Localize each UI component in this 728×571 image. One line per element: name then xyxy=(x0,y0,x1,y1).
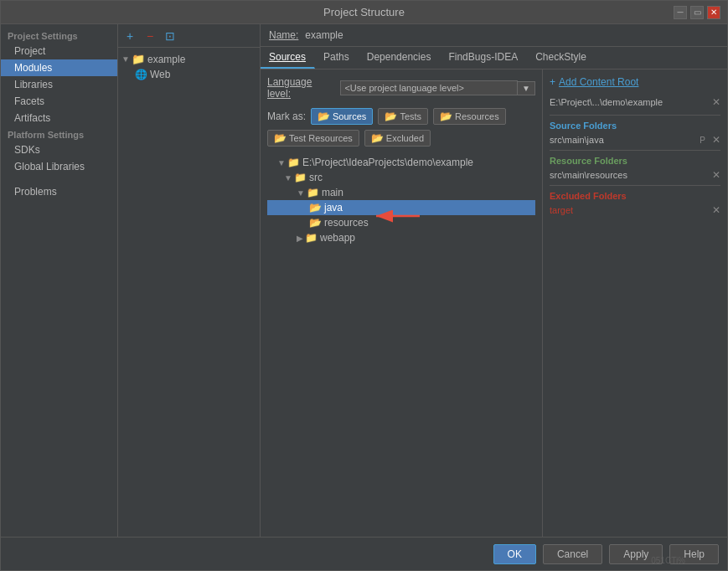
content-root-path-value: E:\Project\...\demo\example xyxy=(550,97,663,107)
mark-sources-button[interactable]: 📂 Sources xyxy=(311,108,373,125)
sidebar-item-sdks[interactable]: SDKs xyxy=(1,141,117,158)
resource-folders-header: Resource Folders xyxy=(550,156,720,166)
project-structure-dialog: Project Structure ─ ▭ ✕ Project Settings… xyxy=(0,0,728,571)
mark-resources-label: Resources xyxy=(455,111,499,121)
mark-test-resources-button[interactable]: 📂 Test Resources xyxy=(267,130,359,147)
java-folder-label: java xyxy=(324,202,343,213)
web-module-label: Web xyxy=(150,69,170,80)
remove-module-button[interactable]: − xyxy=(142,28,158,44)
excluded-folder-remove-button-0[interactable]: ✕ xyxy=(712,204,720,216)
webapp-folder-icon: 📁 xyxy=(305,232,318,244)
module-root-label: example xyxy=(147,54,185,65)
mark-test-resources-label: Test Resources xyxy=(289,133,353,143)
mark-excluded-label: Excluded xyxy=(386,133,424,143)
mark-sources-label: Sources xyxy=(333,111,366,121)
source-folder-entry-0: src\main\java P ✕ xyxy=(550,133,720,147)
watermark: 051CTi% xyxy=(651,556,685,565)
web-module-item[interactable]: 🌐 Web xyxy=(118,67,260,82)
root-arrow-icon: ▼ xyxy=(277,158,286,167)
tab-sources[interactable]: Sources xyxy=(261,47,315,69)
resources-folder-icon: 📂 xyxy=(440,111,452,122)
sources-folder-icon: 📂 xyxy=(318,111,330,122)
maximize-button[interactable]: ▭ xyxy=(690,6,704,19)
project-settings-label: Project Settings xyxy=(1,28,117,43)
content-root-close-button[interactable]: ✕ xyxy=(712,96,720,108)
title-bar: Project Structure ─ ▭ ✕ xyxy=(1,1,727,24)
cancel-button[interactable]: Cancel xyxy=(543,544,602,564)
excluded-folder-entry-0: target ✕ xyxy=(550,203,720,217)
sources-left-panel: Language level: <Use project language le… xyxy=(261,69,543,537)
excluded-folder-icon: 📂 xyxy=(371,132,384,144)
main-arrow-icon: ▼ xyxy=(297,188,305,198)
module-root-item[interactable]: ▼ 📁 example xyxy=(118,51,260,67)
sidebar-item-global-libraries[interactable]: Global Libraries xyxy=(1,158,117,175)
src-folder-item[interactable]: ▼ 📁 src xyxy=(267,170,535,185)
sidebar-item-problems[interactable]: Problems xyxy=(1,183,117,200)
language-level-row: Language level: <Use project language le… xyxy=(267,76,535,100)
source-root-path-item[interactable]: ▼ 📁 E:\Project\IdeaProjects\demo\example xyxy=(267,155,535,170)
panel-body: Language level: <Use project language le… xyxy=(261,69,727,537)
language-level-select[interactable]: <Use project language level> xyxy=(340,80,518,95)
source-root-path-label: E:\Project\IdeaProjects\demo\example xyxy=(302,157,473,168)
src-folder-icon: 📁 xyxy=(294,172,307,183)
dialog-title: Project Structure xyxy=(323,6,405,18)
mark-resources-button[interactable]: 📂 Resources xyxy=(433,108,506,125)
webapp-folder-item[interactable]: ▶ 📁 webapp xyxy=(267,230,535,245)
add-module-button[interactable]: + xyxy=(121,28,138,44)
tree-arrow-icon: ▼ xyxy=(121,54,132,64)
source-folder-entries: src\main\java P ✕ xyxy=(550,133,720,147)
resource-folder-entry-0: src\main\resources ✕ xyxy=(550,168,720,182)
sidebar-item-libraries[interactable]: Libraries xyxy=(1,76,117,93)
add-content-root-button[interactable]: + Add Content Root xyxy=(550,76,720,88)
close-button[interactable]: ✕ xyxy=(707,6,720,19)
content-root-entry: E:\Project\...\demo\example ✕ xyxy=(550,95,720,110)
excluded-folders-header: Excluded Folders xyxy=(550,191,720,201)
sources-right-panel: + Add Content Root E:\Project\...\demo\e… xyxy=(543,69,727,537)
module-tree-panel: + − ⊡ ▼ 📁 example 🌐 Web xyxy=(118,24,261,537)
bottom-bar: OK Cancel Apply Help xyxy=(1,537,727,570)
mark-tests-label: Tests xyxy=(400,111,421,121)
web-folder-icon: 🌐 xyxy=(135,69,147,80)
main-folder-item[interactable]: ▼ 📁 main xyxy=(267,185,535,200)
platform-settings-label: Platform Settings xyxy=(1,126,117,141)
main-panel: Name: Sources Paths Dependencies FindBug… xyxy=(261,24,727,537)
java-folder-item[interactable]: 📂 java xyxy=(267,200,535,215)
java-folder-icon: 📂 xyxy=(309,202,322,213)
mark-as-label: Mark as: xyxy=(267,111,306,122)
module-folder-icon: 📁 xyxy=(132,53,145,65)
tab-dependencies[interactable]: Dependencies xyxy=(359,47,441,69)
tab-findbugs[interactable]: FindBugs-IDEA xyxy=(440,47,527,69)
copy-module-button[interactable]: ⊡ xyxy=(162,28,178,44)
name-bar: Name: xyxy=(261,24,727,47)
webapp-folder-label: webapp xyxy=(320,232,355,244)
source-folder-remove-button-0[interactable]: ✕ xyxy=(712,134,720,146)
language-level-dropdown-arrow[interactable]: ▼ xyxy=(518,81,535,95)
source-tree: ▼ 📁 E:\Project\IdeaProjects\demo\example… xyxy=(267,155,535,530)
ok-button[interactable]: OK xyxy=(493,544,536,564)
module-name-input[interactable] xyxy=(305,29,431,41)
divider-1 xyxy=(550,115,720,116)
sidebar-item-project[interactable]: Project xyxy=(1,43,117,59)
test-res-folder-icon: 📂 xyxy=(274,132,287,144)
resource-folder-entries: src\main\resources ✕ xyxy=(550,168,720,182)
module-tabs: Sources Paths Dependencies FindBugs-IDEA… xyxy=(261,47,727,69)
mark-tests-button[interactable]: 📂 Tests xyxy=(378,108,428,125)
add-content-root-label: Add Content Root xyxy=(559,76,638,88)
sidebar-item-artifacts[interactable]: Artifacts xyxy=(1,110,117,126)
resources-folder-item[interactable]: 📂 resources xyxy=(267,215,535,230)
tests-folder-icon: 📂 xyxy=(385,111,397,122)
src-arrow-icon: ▼ xyxy=(284,173,292,183)
minimize-button[interactable]: ─ xyxy=(674,6,687,19)
tab-checkstyle[interactable]: CheckStyle xyxy=(527,47,596,69)
resources-folder-icon: 📂 xyxy=(309,217,322,229)
resource-folder-path-0: src\main\resources xyxy=(550,170,705,180)
root-folder-icon: 📁 xyxy=(287,157,300,168)
add-icon: + xyxy=(550,76,555,88)
sidebar-item-modules[interactable]: Modules xyxy=(1,59,117,76)
src-folder-label: src xyxy=(309,172,323,183)
tab-paths[interactable]: Paths xyxy=(315,47,359,69)
mark-excluded-button[interactable]: 📂 Excluded xyxy=(364,130,431,147)
sidebar-item-facets[interactable]: Facets xyxy=(1,93,117,110)
main-folder-icon: 📁 xyxy=(307,187,319,198)
resource-folder-remove-button-0[interactable]: ✕ xyxy=(712,169,720,181)
